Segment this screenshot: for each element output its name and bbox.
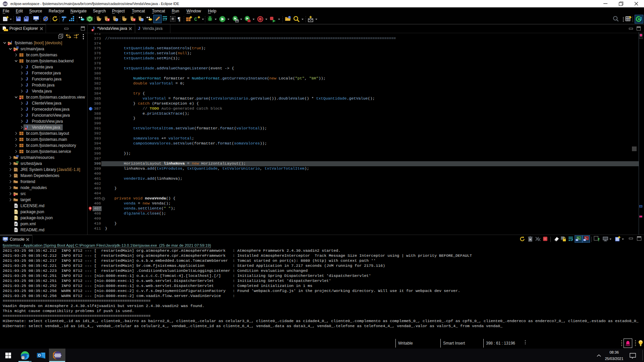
svg-text:J: J [26, 65, 28, 69]
svg-text:J: J [26, 107, 28, 112]
svg-text:J: J [26, 113, 28, 118]
svg-text:J: J [138, 26, 140, 31]
svg-text:J: J [26, 89, 28, 94]
svg-text:J: J [26, 77, 28, 81]
svg-text:J: J [26, 83, 28, 87]
svg-text:O: O [38, 353, 41, 357]
svg-text:J: J [26, 101, 28, 106]
svg-text:J: J [26, 119, 28, 124]
svg-text:P: P [15, 223, 17, 226]
svg-text:J: J [26, 71, 28, 75]
svg-text:J: J [10, 40, 12, 44]
svg-text:C: C [194, 17, 197, 22]
